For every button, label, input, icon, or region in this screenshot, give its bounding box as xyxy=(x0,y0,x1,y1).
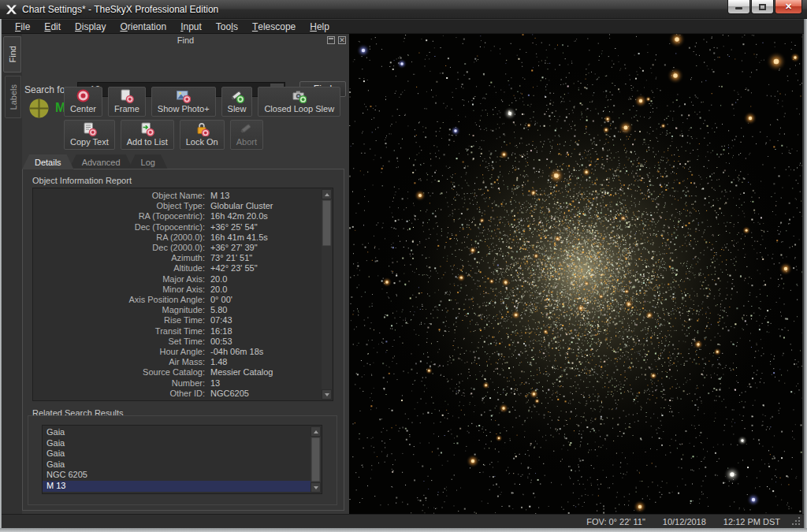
titlebar[interactable]: Chart Settings* - TheSkyX Professional E… xyxy=(0,0,807,19)
menu-tools[interactable]: Tools xyxy=(209,20,245,34)
menu-telescope[interactable]: Telescope xyxy=(245,20,303,34)
add-to-list-button[interactable]: Add to List xyxy=(121,120,174,150)
tab-details[interactable]: Details xyxy=(22,154,74,169)
resize-grip[interactable] xyxy=(792,517,801,526)
report-row-value: 13 xyxy=(210,378,220,389)
lock-icon xyxy=(195,121,210,136)
frame-icon xyxy=(119,88,134,103)
window-title: Chart Settings* - TheSkyX Professional E… xyxy=(22,4,218,15)
menu-file[interactable]: File xyxy=(8,20,37,34)
report-row-value: NGC6205 xyxy=(210,389,249,399)
add-to-list-icon xyxy=(139,121,154,136)
close-panel-icon[interactable]: ✕ xyxy=(338,36,346,44)
star-chart[interactable] xyxy=(349,34,802,514)
related-scroll-thumb[interactable] xyxy=(311,437,320,482)
center-target-icon xyxy=(76,88,91,103)
report-row: Magnitude:5.80 xyxy=(33,305,322,315)
list-item[interactable]: Gaia xyxy=(43,438,311,449)
list-item[interactable]: NGC 6205 xyxy=(43,470,311,481)
list-item[interactable]: Gaia xyxy=(43,448,311,459)
report-scrollbar[interactable] xyxy=(322,189,332,400)
report-row-value: Messier Catalog xyxy=(210,367,273,378)
scroll-down-icon[interactable] xyxy=(311,482,321,493)
telescope-icon xyxy=(229,88,244,103)
minimize-button[interactable] xyxy=(727,0,750,14)
report-row: Set Time:00:53 xyxy=(33,337,322,347)
show-photo--button[interactable]: Show Photo+ xyxy=(151,87,216,117)
status-date: 10/12/2018 xyxy=(663,517,706,526)
globular-cluster-icon xyxy=(28,98,50,119)
copy-text-button[interactable]: Copy Text xyxy=(64,120,115,150)
center-button[interactable]: Center xyxy=(64,87,102,117)
action-button-label: Closed Loop Slew xyxy=(264,104,334,113)
action-buttons-row-2: Copy TextAdd to ListLock OnAbort xyxy=(64,120,263,150)
side-tab-labels[interactable]: Labels xyxy=(5,76,21,118)
action-button-label: Lock On xyxy=(186,137,218,147)
dock-header[interactable]: Find ✕ xyxy=(22,34,349,47)
report-row-label: Minor Axis: xyxy=(33,285,205,295)
menu-orientation[interactable]: Orientation xyxy=(113,20,173,34)
report-row: Object Name:M 13 xyxy=(33,191,322,201)
action-button-label: Abort xyxy=(236,137,257,147)
lock-on-button[interactable]: Lock On xyxy=(180,120,225,150)
report-row-value: 00:53 xyxy=(210,337,232,347)
side-tab-find[interactable]: Find xyxy=(3,36,21,73)
tab-log[interactable]: Log xyxy=(128,154,168,169)
report-row: Major Axis:20.0 xyxy=(33,274,322,285)
report-scroll-thumb[interactable] xyxy=(322,200,331,246)
side-tab-find-label: Find xyxy=(8,46,17,62)
photo-icon xyxy=(176,88,191,103)
window-controls: ✕ xyxy=(727,0,802,14)
status-fov: FOV: 0° 22' 11" xyxy=(586,517,645,526)
report-row-value: 07:43 xyxy=(210,315,232,326)
menu-display[interactable]: Display xyxy=(68,20,113,34)
slew-button[interactable]: Slew xyxy=(221,87,253,117)
report-row: Object Type:Globular Cluster xyxy=(33,201,322,211)
list-item[interactable]: Gaia xyxy=(43,459,311,471)
report-row: Rise Time:07:43 xyxy=(33,315,322,326)
report-row-label: Object Name: xyxy=(33,191,205,201)
report-row: Minor Axis:20.0 xyxy=(33,285,322,295)
report-title: Object Information Report xyxy=(32,176,132,185)
report-row-value: 5.80 xyxy=(210,305,227,315)
report-row-label: RA (2000.0): xyxy=(33,233,205,243)
float-panel-icon[interactable] xyxy=(327,36,335,44)
window-frame-right xyxy=(804,19,807,532)
list-item[interactable]: M 13 xyxy=(43,481,311,492)
report-row: Dec (Topocentric):+36° 25' 54" xyxy=(33,222,322,233)
report-row: Other ID:NGC6205 xyxy=(33,389,322,399)
report-row-label: Air Mass: xyxy=(33,357,205,367)
report-row-value: 20.0 xyxy=(210,285,227,295)
report-row: Azimuth:73° 21' 51" xyxy=(33,253,322,263)
frame-button[interactable]: Frame xyxy=(108,87,146,117)
report-row: RA (Topocentric):16h 42m 20.0s xyxy=(33,211,322,221)
report-row-label: Source Catalog: xyxy=(33,367,205,378)
menu-help[interactable]: Help xyxy=(303,20,337,34)
abort-telescope-icon xyxy=(239,121,254,136)
close-button[interactable]: ✕ xyxy=(775,0,802,14)
related-scrollbar[interactable] xyxy=(311,426,321,493)
scroll-down-icon[interactable] xyxy=(322,389,332,400)
report-rows: Object Name:M 13Object Type:Globular Clu… xyxy=(33,191,322,400)
scroll-up-icon[interactable] xyxy=(311,426,321,437)
list-item[interactable]: Gaia xyxy=(43,427,311,438)
report-row-label: Set Time: xyxy=(33,337,205,347)
menu-edit[interactable]: Edit xyxy=(37,20,68,34)
report-row-label: Major Axis: xyxy=(33,274,205,285)
report-row: Air Mass:1.48 xyxy=(33,357,322,367)
maximize-button[interactable] xyxy=(751,0,774,14)
report-row: Axis Position Angle:0° 00' xyxy=(33,295,322,305)
menu-input[interactable]: Input xyxy=(173,20,209,34)
detail-tabs: DetailsAdvancedLog xyxy=(22,154,163,169)
action-button-label: Center xyxy=(70,104,96,113)
report-row-label: Rise Time: xyxy=(33,315,205,326)
scroll-up-icon[interactable] xyxy=(322,189,332,199)
closed-loop-slew-button[interactable]: Closed Loop Slew xyxy=(258,87,340,117)
app-window: Chart Settings* - TheSkyX Professional E… xyxy=(0,0,807,532)
action-button-label: Slew xyxy=(228,104,247,113)
report-row-label: Hour Angle: xyxy=(33,347,205,357)
side-tab-labels-label: Labels xyxy=(9,84,18,110)
report-row-value: Globular Cluster xyxy=(210,201,273,211)
tab-advanced[interactable]: Advanced xyxy=(69,154,133,169)
report-row: Number:13 xyxy=(33,378,322,389)
